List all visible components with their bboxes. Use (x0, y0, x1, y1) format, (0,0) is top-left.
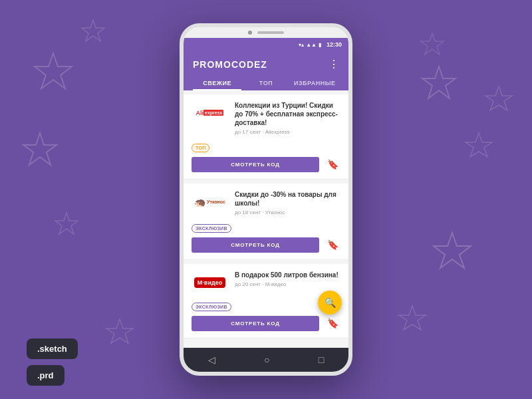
tab-bar: СВЕЖИЕ ТОП ИЗБРАННЫЕ (193, 76, 339, 90)
card-meta-aliexpress: до 17 сент · Aliexpress (235, 129, 340, 135)
app-title: PROMOCODEZ (193, 59, 267, 70)
svg-marker-3 (55, 213, 78, 234)
card-info-aliexpress: Коллекции из Турции! Скидки до 70% + бес… (235, 101, 340, 135)
svg-marker-8 (106, 319, 133, 343)
svg-marker-4 (422, 66, 456, 98)
utkonos-logo: 🦔 Утконос (192, 190, 228, 213)
nav-recents-button[interactable]: □ (319, 354, 324, 365)
tag-top: ТОП (192, 144, 209, 152)
tab-favorites[interactable]: ИЗБРАННЫЕ (291, 76, 339, 90)
wifi-icon: ▾▴ (299, 42, 304, 48)
sketch-badge: .sketch (27, 338, 78, 359)
svg-marker-10 (485, 86, 512, 110)
battery-icon: ▮ (319, 42, 321, 48)
bookmark-btn-utkonos[interactable]: 🔖 (325, 237, 340, 253)
app-header: PROMOCODEZ ⋮ СВЕЖИЕ ТОП ИЗБРАННЫЕ (184, 51, 348, 90)
view-code-btn-aliexpress[interactable]: СМОТРЕТЬ КОД (192, 157, 319, 172)
svg-marker-6 (434, 233, 471, 268)
card-title-mvideo: В подарок 500 литров бензина! (235, 271, 340, 279)
svg-marker-0 (35, 53, 72, 88)
fab-search[interactable]: 🔍 (318, 291, 342, 315)
tab-top[interactable]: ТОП (241, 76, 290, 90)
prd-badge: .prd (27, 365, 65, 386)
status-bar: ▾▴ ▲▲ ▮ 12:30 (184, 38, 348, 51)
view-code-btn-mvideo[interactable]: СМОТРЕТЬ КОД (192, 316, 319, 331)
view-code-btn-utkonos[interactable]: СМОТРЕТЬ КОД (192, 237, 319, 253)
search-icon: 🔍 (325, 297, 336, 308)
mvideo-logo: М·видео (192, 271, 228, 294)
svg-marker-7 (399, 306, 426, 330)
signal-icon: ▲▲ (306, 42, 317, 48)
header-top: PROMOCODEZ ⋮ (193, 58, 339, 70)
tag-exclusive-mvideo: ЭКСКЛЮЗИВ (192, 303, 231, 311)
tag-exclusive-utkonos: ЭКСКЛЮЗИВ (192, 224, 231, 233)
promo-card-utkonos: 🦔 Утконос Скидки до -30% на товары для ш… (184, 184, 348, 260)
nav-home-button[interactable]: ○ (264, 354, 269, 365)
svg-marker-9 (421, 33, 444, 55)
camera-dot (248, 31, 252, 35)
menu-button[interactable]: ⋮ (329, 58, 339, 70)
card-meta-mvideo: до 20 сент · М-видео (235, 281, 340, 287)
svg-marker-5 (466, 133, 492, 157)
promo-card-aliexpress: Aliexpress Коллекции из Турции! Скидки д… (184, 94, 348, 180)
phone-shell: ▾▴ ▲▲ ▮ 12:30 PROMOCODEZ ⋮ СВЕЖИЕ ТОП ИЗ… (180, 23, 352, 376)
content-area: Aliexpress Коллекции из Турции! Скидки д… (184, 90, 348, 348)
phone-notch (184, 27, 348, 38)
card-actions-mvideo: СМОТРЕТЬ КОД 🔖 (192, 315, 340, 331)
tab-fresh[interactable]: СВЕЖИЕ (193, 76, 241, 90)
svg-marker-2 (23, 133, 57, 165)
card-actions-utkonos: СМОТРЕТЬ КОД 🔖 (192, 237, 340, 253)
card-title-utkonos: Скидки до -30% на товары для школы! (235, 190, 340, 207)
card-info-utkonos: Скидки до -30% на товары для школы! до 1… (235, 190, 340, 215)
bottom-nav: ◁ ○ □ (184, 348, 348, 372)
aliexpress-logo: Aliexpress (192, 101, 228, 124)
card-meta-utkonos: до 18 сент · Утконос (235, 209, 340, 215)
card-top-aliexpress: Aliexpress Коллекции из Турции! Скидки д… (192, 101, 340, 135)
card-top-utkonos: 🦔 Утконос Скидки до -30% на товары для ш… (192, 190, 340, 215)
card-info-mvideo: В подарок 500 литров бензина! до 20 сент… (235, 271, 340, 287)
card-top-mvideo: М·видео В подарок 500 литров бензина! до… (192, 271, 340, 294)
bookmark-btn-mvideo[interactable]: 🔖 (325, 315, 340, 331)
bookmark-btn-aliexpress[interactable]: 🔖 (325, 156, 340, 172)
card-title-aliexpress: Коллекции из Турции! Скидки до 70% + бес… (235, 101, 340, 127)
speaker-bar (257, 31, 284, 34)
card-actions-aliexpress: СМОТРЕТЬ КОД 🔖 (192, 156, 340, 172)
status-time: 12:30 (327, 41, 342, 48)
svg-marker-1 (82, 20, 104, 41)
status-icons: ▾▴ ▲▲ ▮ (299, 42, 321, 48)
nav-back-button[interactable]: ◁ (208, 354, 215, 365)
